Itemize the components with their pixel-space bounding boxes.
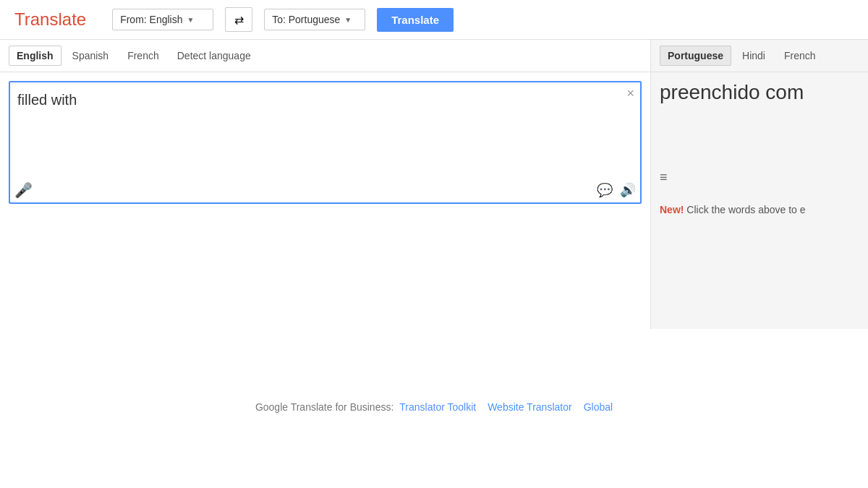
right-panel: Portuguese Hindi French preenchido com ≡… [651, 40, 868, 329]
feedback-icon[interactable]: 💬 [597, 182, 613, 198]
tab-portuguese[interactable]: Portuguese [660, 46, 731, 66]
output-list-icon[interactable]: ≡ [660, 170, 668, 184]
tab-english[interactable]: English [9, 46, 61, 66]
tab-spanish[interactable]: Spanish [64, 46, 117, 66]
from-language-label: From: English [120, 14, 182, 25]
listen-icon[interactable]: 🔊 [620, 182, 636, 198]
header: Translate From: English ▼ ⇄ To: Portugue… [0, 0, 868, 40]
app-logo: Translate [14, 9, 86, 30]
input-area: filled with × 🎤 💬 🔊 [0, 72, 650, 235]
footer-label: Google Translate for Business: [255, 401, 393, 413]
to-language-select[interactable]: To: Portuguese ▼ [264, 9, 365, 30]
global-link[interactable]: Global [584, 401, 613, 413]
tab-detect-language[interactable]: Detect language [170, 46, 258, 65]
right-input-controls: 💬 🔊 [597, 182, 636, 198]
input-controls: 🎤 💬 🔊 [14, 181, 636, 199]
footer-links: Google Translate for Business: Translato… [255, 401, 613, 413]
translation-output-area: preenchido com ≡ [651, 72, 868, 195]
microphone-icon[interactable]: 🎤 [14, 181, 33, 199]
to-language-label: To: Portuguese [272, 14, 340, 25]
new-label: New! [660, 204, 684, 215]
swap-languages-button[interactable]: ⇄ [225, 7, 252, 32]
from-language-select[interactable]: From: English ▼ [112, 9, 213, 30]
target-language-tabs: Portuguese Hindi French [651, 40, 868, 72]
main-content: English Spanish French Detect language f… [0, 40, 868, 329]
website-translator-link[interactable]: Website Translator [488, 401, 571, 413]
source-language-tabs: English Spanish French Detect language [0, 40, 650, 72]
tab-french[interactable]: French [119, 46, 167, 66]
left-panel: English Spanish French Detect language f… [0, 40, 651, 329]
clear-input-button[interactable]: × [626, 87, 634, 100]
output-controls: ≡ [660, 163, 668, 187]
translator-toolkit-link[interactable]: Translator Toolkit [399, 401, 476, 413]
footer: Google Translate for Business: Translato… [0, 387, 868, 427]
translate-button[interactable]: Translate [377, 8, 454, 32]
from-dropdown-arrow: ▼ [187, 16, 195, 24]
new-tip-text: Click the words above to e [686, 204, 805, 215]
swap-icon: ⇄ [234, 13, 244, 27]
new-tip-area: New! Click the words above to e [651, 195, 868, 224]
tab-hindi[interactable]: Hindi [734, 46, 773, 66]
to-dropdown-arrow: ▼ [344, 16, 352, 24]
tab-french-target[interactable]: French [776, 46, 824, 66]
translated-text[interactable]: preenchido com [660, 81, 804, 103]
